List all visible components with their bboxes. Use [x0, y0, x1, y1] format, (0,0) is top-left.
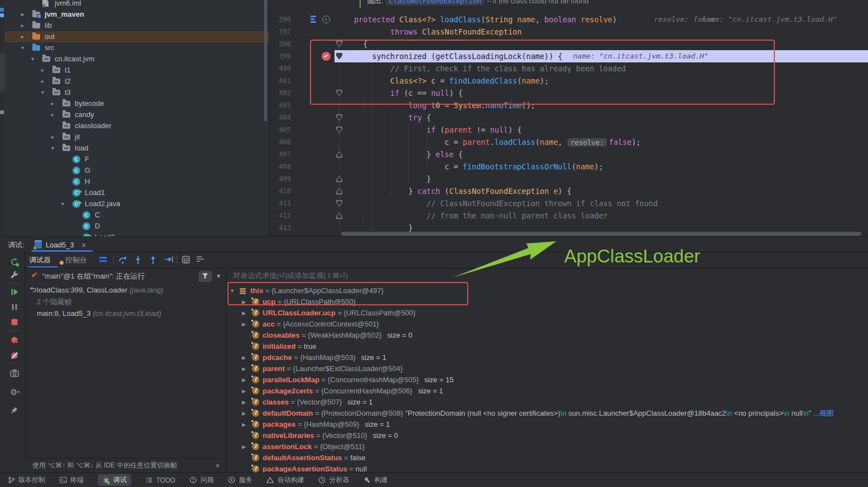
- settings-button[interactable]: ⚙▾: [10, 387, 20, 397]
- filter-button[interactable]: [198, 271, 212, 282]
- code-text[interactable]: }: [354, 173, 431, 185]
- view-breakpoints-button[interactable]: [10, 335, 20, 345]
- status-item-自动构建[interactable]: 自动构建: [266, 475, 304, 485]
- variable-row[interactable]: fdefaultAssertionStatus = false: [226, 452, 868, 464]
- view-value-link[interactable]: 视图: [819, 409, 834, 417]
- step-over-icon[interactable]: [118, 255, 128, 264]
- pin-button[interactable]: [10, 406, 20, 416]
- chevron-right-icon[interactable]: ▶: [242, 296, 246, 308]
- status-item-分析器[interactable]: 分析器: [318, 475, 349, 485]
- chevron-right-icon[interactable]: ▶: [242, 397, 246, 408]
- stack-frame-main[interactable]: main:8, Load5_3 (cn.itcast.jvm.t3.load): [25, 308, 226, 319]
- fold-marker-icon[interactable]: [336, 126, 342, 133]
- chevron-down-icon[interactable]: ▼: [216, 271, 221, 282]
- code-line[interactable]: 399✔ synchronized (getClassLoadingLock(n…: [0, 50, 599, 62]
- code-line[interactable]: 406 c = parent.loadClass(name, resolve:f…: [0, 136, 599, 148]
- variable-row[interactable]: ▶fassertionLock = {Object@511}: [226, 441, 868, 452]
- chevron-right-icon[interactable]: ▶: [242, 363, 246, 374]
- code-text[interactable]: {: [354, 38, 367, 50]
- status-item-问题[interactable]: 问题: [190, 475, 214, 485]
- close-icon[interactable]: ×: [81, 239, 86, 251]
- code-text[interactable]: long t0 = System.nanoTime();: [354, 99, 535, 111]
- fold-marker-icon[interactable]: [336, 53, 342, 60]
- code-line[interactable]: 401 Class<?> c = findLoadedClass(name);: [0, 75, 599, 87]
- code-line[interactable]: 412 // from the non-null parent class lo…: [0, 210, 599, 222]
- code-text[interactable]: try {: [354, 111, 431, 124]
- status-item-构建[interactable]: 构建: [363, 475, 387, 485]
- code-text[interactable]: Class<?> c = findLoadedClass(name);: [354, 75, 549, 87]
- code-line[interactable]: 400 // First, check if the class has alr…: [0, 62, 599, 75]
- editor-horizontal-scrollbar[interactable]: [341, 232, 861, 236]
- overrides-method-icon[interactable]: [311, 16, 318, 23]
- step-into-icon[interactable]: [134, 255, 144, 264]
- code-line[interactable]: 398 {: [0, 38, 599, 50]
- line-number[interactable]: 408: [272, 160, 291, 173]
- run-to-cursor-icon[interactable]: [164, 255, 174, 264]
- close-icon[interactable]: ×: [215, 459, 220, 473]
- code-text[interactable]: // First, check if the class has already…: [354, 62, 626, 75]
- fold-marker-icon[interactable]: [336, 176, 342, 182]
- code-text[interactable]: synchronized (getClassLoadingLock(name))…: [354, 50, 562, 62]
- chevron-right-icon[interactable]: ▶: [242, 352, 246, 363]
- chevron-right-icon[interactable]: ▶: [242, 308, 246, 319]
- line-number[interactable]: 412: [272, 210, 291, 222]
- line-number[interactable]: 413: [272, 222, 291, 234]
- line-number[interactable]: 404: [272, 111, 291, 124]
- chevron-right-icon[interactable]: ▶: [242, 408, 246, 419]
- code-line[interactable]: 404 try {: [0, 111, 599, 124]
- variable-row[interactable]: ▶fclasses = {Vector@507}size = 1: [226, 397, 868, 408]
- code-text[interactable]: } else {: [354, 148, 463, 160]
- fold-marker-icon[interactable]: [336, 188, 342, 194]
- status-item-TODO[interactable]: TODO: [146, 476, 175, 484]
- tab-debugger[interactable]: 调试器: [29, 255, 51, 266]
- evaluate-expression-icon[interactable]: [182, 255, 192, 264]
- variable-row[interactable]: fcloseables = {WeakHashMap@502}size = 0: [226, 330, 868, 341]
- fold-marker-icon[interactable]: [336, 114, 342, 121]
- code-line[interactable]: 410 } catch (ClassNotFoundException e) {: [0, 185, 599, 197]
- fold-marker-icon[interactable]: [336, 212, 342, 219]
- line-number[interactable]: 396: [272, 13, 291, 26]
- pause-button[interactable]: [10, 303, 20, 312]
- line-number[interactable]: 411: [272, 197, 291, 210]
- code-text[interactable]: if (c == null) {: [354, 87, 463, 99]
- status-item-调试[interactable]: 调试: [98, 474, 131, 486]
- code-text[interactable]: throws ClassNotFoundException: [354, 26, 522, 38]
- line-number[interactable]: 403: [272, 99, 291, 111]
- modify-run-configuration-button[interactable]: [10, 271, 20, 280]
- chevron-right-icon[interactable]: ▶: [242, 419, 246, 430]
- tab-console[interactable]: 控制台: [65, 255, 87, 266]
- rerun-button[interactable]: [10, 257, 20, 267]
- code-line[interactable]: 403 long t0 = System.nanoTime();: [0, 99, 599, 111]
- code-text[interactable]: // ClassNotFoundException thrown if clas…: [354, 197, 658, 210]
- variable-row[interactable]: ▶fparallelLockMap = {ConcurrentHashMap@5…: [226, 374, 868, 386]
- variable-row[interactable]: ▼this = {Launcher$AppClassLoader@497}: [226, 285, 868, 296]
- line-number[interactable]: 399: [272, 50, 291, 62]
- variable-row[interactable]: finitialized = true: [226, 341, 868, 352]
- thread-dump-button[interactable]: [10, 369, 20, 378]
- fold-marker-icon[interactable]: [336, 151, 342, 158]
- code-text[interactable]: protected Class<?> loadClass(String name…: [354, 13, 617, 26]
- chevron-right-icon[interactable]: ▶: [242, 386, 246, 397]
- code-text[interactable]: c = findBootstrapClassOrNull(name);: [354, 160, 603, 173]
- variable-row[interactable]: fnativeLibraries = {Vector@510}size = 0: [226, 430, 868, 441]
- line-number[interactable]: 401: [272, 75, 291, 87]
- step-out-icon[interactable]: [149, 255, 159, 264]
- code-line[interactable]: 397 throws ClassNotFoundException: [0, 26, 599, 38]
- debug-session-tab[interactable]: Load5_3: [46, 239, 74, 251]
- variable-row[interactable]: ▶fucp = {URLClassPath@500}: [226, 296, 868, 308]
- hidden-frames-row[interactable]: 2 个隐藏帧: [25, 296, 226, 308]
- mute-breakpoints-button[interactable]: [10, 351, 20, 361]
- breakpoint-icon[interactable]: ✔: [322, 52, 331, 61]
- variable-row[interactable]: ▶fURLClassLoader.ucp = {URLClassPath@500…: [226, 308, 868, 319]
- show-execution-point-icon[interactable]: [99, 255, 109, 264]
- line-number[interactable]: 405: [272, 124, 291, 136]
- layout-settings-icon[interactable]: [196, 255, 206, 264]
- line-number[interactable]: 410: [272, 185, 291, 197]
- code-line[interactable]: 407 } else {: [0, 148, 599, 160]
- line-number[interactable]: 407: [272, 148, 291, 160]
- variable-row[interactable]: ▶fparent = {Launcher$ExtClassLoader@504}: [226, 363, 868, 374]
- code-line[interactable]: 409 }: [0, 173, 599, 185]
- chevron-right-icon[interactable]: ▶: [242, 319, 246, 330]
- fold-marker-icon[interactable]: [336, 41, 342, 47]
- code-line[interactable]: 411 // ClassNotFoundException thrown if …: [0, 197, 599, 210]
